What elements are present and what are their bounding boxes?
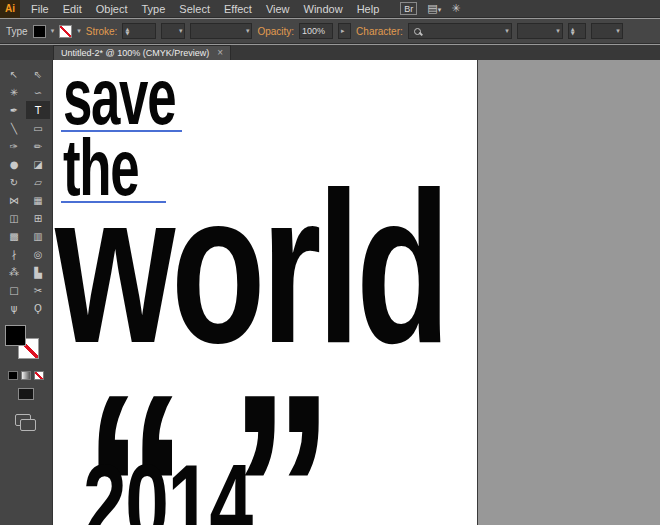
- eyedropper-tool[interactable]: ∤: [2, 245, 26, 263]
- none-button[interactable]: [34, 371, 44, 380]
- screen-mode-button[interactable]: [15, 414, 37, 432]
- rotate-tool[interactable]: ↻: [2, 173, 26, 191]
- pen-tool[interactable]: ✒: [2, 101, 26, 119]
- fill-dropdown-arrow[interactable]: ▾: [51, 27, 55, 35]
- stroke-variable-width-dropdown[interactable]: ▾: [161, 23, 185, 39]
- flyout-arrow-icon: ▸: [341, 27, 345, 35]
- brush-definition-dropdown[interactable]: ▾: [190, 23, 252, 39]
- stroke-weight-field[interactable]: ▲▼: [122, 23, 156, 39]
- opacity-value: 100%: [302, 26, 325, 36]
- line-segment-tool[interactable]: ╲: [2, 119, 26, 137]
- text-year[interactable]: 2014: [83, 448, 252, 525]
- stepper-arrows-icon: ▲▼: [571, 27, 575, 35]
- column-graph-tool[interactable]: ▙: [26, 263, 50, 281]
- mesh-tool[interactable]: ▩: [2, 227, 26, 245]
- pencil-tool[interactable]: ✏: [26, 137, 50, 155]
- paintbrush-tool[interactable]: ✑: [2, 137, 26, 155]
- tools-panel: ↖⇖✳∽✒T╲▭✑✏●◪↻▱⋈▦◫⊞▩▥∤◎⁂▙□✂ψϘ: [0, 60, 53, 525]
- hand-tool[interactable]: ψ: [2, 299, 26, 317]
- menu-view[interactable]: View: [259, 0, 297, 18]
- scale-tool[interactable]: ▱: [26, 173, 50, 191]
- magic-wand-tool[interactable]: ✳: [2, 83, 26, 101]
- rectangle-tool[interactable]: ▭: [26, 119, 50, 137]
- chevron-down-icon: ▾: [616, 27, 620, 35]
- direct-selection-tool[interactable]: ⇖: [26, 65, 50, 83]
- font-size-stepper[interactable]: ▲▼: [568, 23, 586, 39]
- active-tool-label: Type: [6, 26, 28, 37]
- slice-tool[interactable]: ✂: [26, 281, 50, 299]
- menu-select[interactable]: Select: [172, 0, 217, 18]
- document-tab-bar: Untitled-2* @ 100% (CMYK/Preview) ×: [0, 45, 660, 60]
- shape-builder-tool[interactable]: ◫: [2, 209, 26, 227]
- character-panel-link[interactable]: Character:: [356, 26, 403, 37]
- tab-close-icon[interactable]: ×: [217, 48, 223, 58]
- color-mode-row: [0, 371, 52, 380]
- stroke-color-swatch[interactable]: [59, 25, 72, 38]
- selection-tool[interactable]: ↖: [2, 65, 26, 83]
- menu-edit[interactable]: Edit: [56, 0, 89, 18]
- bridge-button[interactable]: Br: [400, 2, 417, 15]
- chevron-down-icon: ▾: [246, 27, 250, 35]
- app-logo: Ai: [0, 0, 20, 18]
- chevron-down-icon: ▾: [179, 27, 183, 35]
- blend-tool[interactable]: ◎: [26, 245, 50, 263]
- opacity-flyout-button[interactable]: ▸: [338, 23, 351, 39]
- drawing-mode-button[interactable]: [18, 388, 34, 400]
- search-icon: [414, 28, 421, 35]
- tools-grid: ↖⇖✳∽✒T╲▭✑✏●◪↻▱⋈▦◫⊞▩▥∤◎⁂▙□✂ψϘ: [0, 65, 52, 317]
- font-size-dropdown[interactable]: ▾: [591, 23, 623, 39]
- workspace-icon[interactable]: ✳: [451, 2, 460, 15]
- menu-object[interactable]: Object: [89, 0, 135, 18]
- perspective-grid-tool[interactable]: ⊞: [26, 209, 50, 227]
- font-family-search-field[interactable]: ▾: [408, 23, 512, 39]
- artboard[interactable]: save the world “” 2014: [53, 60, 478, 525]
- font-style-dropdown[interactable]: ▾: [517, 23, 563, 39]
- zoom-tool[interactable]: Ϙ: [26, 299, 50, 317]
- type-tool[interactable]: T: [26, 101, 50, 119]
- chevron-down-icon: ▾: [556, 27, 560, 35]
- menu-type[interactable]: Type: [135, 0, 173, 18]
- opacity-panel-link[interactable]: Opacity:: [257, 26, 294, 37]
- fill-stroke-area: [0, 323, 52, 369]
- document-tab-title: Untitled-2* @ 100% (CMYK/Preview): [61, 48, 209, 58]
- illustrator-window: Ai File Edit Object Type Select Effect V…: [0, 0, 660, 525]
- free-transform-tool[interactable]: ▦: [26, 191, 50, 209]
- menu-help[interactable]: Help: [350, 0, 387, 18]
- arrange-documents-icon[interactable]: ▤▾: [427, 2, 441, 15]
- opacity-field[interactable]: 100%: [299, 23, 333, 39]
- chevron-down-icon: ▾: [505, 27, 509, 35]
- lasso-tool[interactable]: ∽: [26, 83, 50, 101]
- artboard-tool[interactable]: □: [2, 281, 26, 299]
- stroke-panel-link[interactable]: Stroke:: [86, 26, 118, 37]
- menu-window[interactable]: Window: [297, 0, 350, 18]
- color-button[interactable]: [8, 371, 18, 380]
- fill-swatch[interactable]: [5, 325, 26, 346]
- symbol-sprayer-tool[interactable]: ⁂: [2, 263, 26, 281]
- gradient-tool[interactable]: ▥: [26, 227, 50, 245]
- gradient-button[interactable]: [21, 371, 31, 380]
- menu-file[interactable]: File: [24, 0, 56, 18]
- blob-brush-tool[interactable]: ●: [2, 155, 26, 173]
- menu-effect[interactable]: Effect: [217, 0, 259, 18]
- stroke-dropdown-arrow[interactable]: ▾: [77, 27, 81, 35]
- eraser-tool[interactable]: ◪: [26, 155, 50, 173]
- stroke-weight-stepper[interactable]: ▲▼: [125, 27, 129, 35]
- control-bar: Type ▾ ▾ Stroke: ▲▼ ▾ ▾ Opacity: 100% ▸ …: [0, 19, 660, 44]
- width-tool[interactable]: ⋈: [2, 191, 26, 209]
- fill-color-swatch[interactable]: [33, 25, 46, 38]
- menu-bar: Ai File Edit Object Type Select Effect V…: [0, 0, 660, 18]
- document-tab[interactable]: Untitled-2* @ 100% (CMYK/Preview) ×: [53, 45, 231, 60]
- screen-mode-rect-icon: [20, 419, 36, 431]
